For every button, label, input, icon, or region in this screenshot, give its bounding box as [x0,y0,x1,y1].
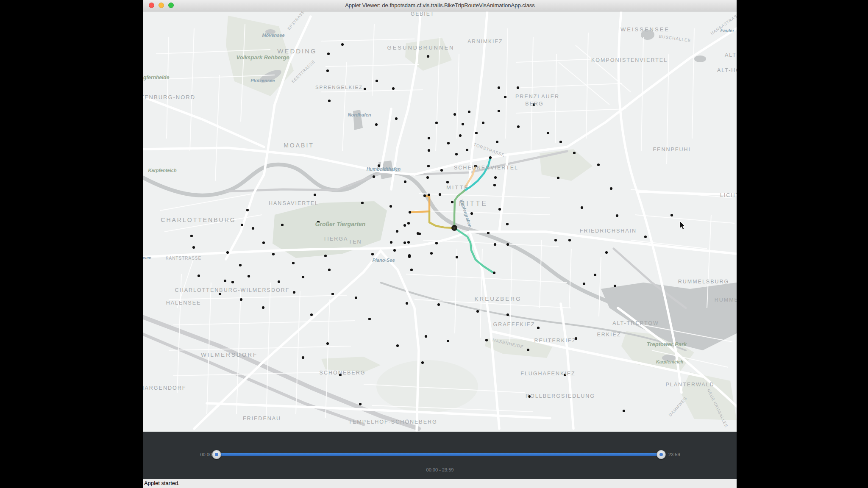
station-dot [427,165,430,167]
station-dot [506,313,509,316]
map-label: ALT-HO [717,67,737,73]
station-dot [252,227,254,230]
station-dot [403,241,406,244]
map-label: Karpfenteich [148,168,177,173]
map-label: FLUGHAFENKIEZ [520,371,576,377]
station-dot [410,269,413,271]
station-dot [554,239,557,241]
station-dot [278,280,280,283]
timeline-handle-end[interactable] [657,450,666,459]
tempelhofer-feld [376,360,478,413]
station-dot [559,141,562,143]
station-dot [428,194,430,196]
timeline-track[interactable] [217,453,661,456]
map-label: WILMERSDORF [201,352,258,358]
map-canvas[interactable]: GEBIETMövenseeWEDDINGVolkspark RehbergeE… [143,11,737,432]
station-dot [239,264,242,266]
station-dot [459,134,462,137]
map-label: GRAEFEKIEZ [493,322,535,327]
map-label: SCHMARGENDORF [143,385,186,391]
map-label: ARNIMKIEZ [467,39,503,44]
map-label: CHARLOTTENBURG-WILMERSDORF [175,287,290,293]
map-label: RUMMELSBURG [715,297,737,303]
station-dot [421,361,424,364]
station-dot [293,291,295,294]
map-label: TEN [349,239,362,245]
station-dot [192,246,195,249]
station-dot [447,340,449,342]
obersee [694,55,706,62]
station-dot [493,184,496,186]
station-dot [506,223,509,225]
station-dot [226,251,229,254]
timeline-handle-start[interactable] [212,450,221,459]
route-west-orange-a [410,211,429,212]
map-label: Humboldthafen [367,166,401,172]
station-dot [224,280,226,282]
map-label: HALENSEE [166,300,201,306]
station-dot [482,122,484,124]
station-dot [614,285,616,287]
station-dot [568,239,571,241]
station-dot [328,269,331,271]
station-dot [557,177,559,179]
map-label: FENNPFUHL [653,147,692,152]
station-dot [428,137,430,139]
station-dot [610,187,612,190]
map-label: Jungfernheide [143,75,170,80]
station-dot [326,342,329,345]
station-dot [537,327,540,329]
station-dot [364,88,366,90]
station-dot [494,243,496,246]
station-dot [404,180,406,183]
timeline-start-label: 00:00 [186,452,212,457]
map-label: Lietzensee [143,255,151,260]
station-dot [262,306,264,309]
station-dot [597,164,600,166]
map-label: REUTERKIEZ [534,338,576,344]
map-label: MOABIT [284,142,314,149]
map-label: Fauler [720,28,734,33]
station-dot [425,335,427,338]
station-dot [430,252,433,255]
station-dot [326,69,329,72]
station-dot [527,349,529,351]
station-dot [389,205,392,208]
map-label: ALT-TREPTOW [612,320,659,326]
station-dot [439,193,441,196]
station-dot [368,318,371,320]
trip-marker [451,225,457,231]
station-dot [487,232,490,234]
map-label: Volkspark Rehberge [236,54,289,61]
station-dot [396,230,398,233]
map-label: FRIEDENAU [243,416,281,421]
timeline-end-label: 23:59 [668,452,698,457]
map-label: CHARLOTTENBURG [161,216,236,223]
map-label: MITTE [446,184,469,191]
station-dot [231,281,234,283]
station-dot [341,43,344,46]
station-dot [517,125,520,128]
station-dot [644,236,647,238]
station-dot [390,241,392,244]
map-label: KANTSTRASSE [166,256,201,261]
station-dot [246,209,249,211]
station-dot [446,181,449,183]
station-dot [498,86,500,89]
station-dot [573,152,576,154]
station-dot [547,132,549,134]
map-label: GEBIET [411,11,434,17]
map-label: SCHÖNEBERG [320,370,366,376]
title-bar: Applet Viewer: de.fhpotsdam.cf.vis.trail… [143,0,737,11]
map-svg[interactable]: GEBIETMövenseeWEDDINGVolkspark RehbergeE… [143,11,737,432]
station-dot [262,241,265,244]
station-dot [355,297,357,299]
map-label: Mövensee [262,33,284,38]
station-dot [302,356,304,359]
station-dot [241,224,243,226]
map-label: PRENZLAUER [515,94,559,100]
map-label: GESUNDBRUNNEN [387,44,455,51]
station-dot [605,251,608,254]
station-dot [281,224,284,226]
station-dot [493,272,495,274]
